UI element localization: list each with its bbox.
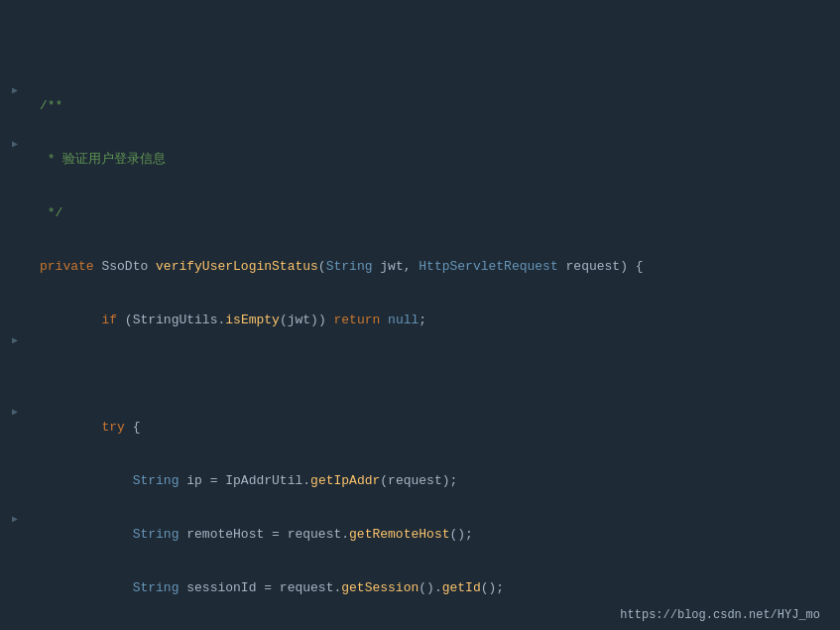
gutter-icon-22 xyxy=(8,385,22,403)
gutter-icon-31 xyxy=(8,546,22,564)
gutter-icon-11 xyxy=(8,189,22,206)
gutter-icon-2 xyxy=(8,28,22,46)
gutter-icon-9 xyxy=(8,153,22,171)
gutter-icon-5: ▶ xyxy=(8,81,22,99)
gutter-icon-27 xyxy=(8,474,22,492)
gutter-icon-17 xyxy=(8,296,22,314)
code-line-4: */ xyxy=(40,204,840,222)
gutter-icon-28 xyxy=(8,492,22,510)
attribution-bar: https://blog.csdn.net/HYJ_mo xyxy=(620,607,820,622)
gutter-icon-15 xyxy=(8,260,22,278)
code-line-8: try { xyxy=(40,419,840,437)
code-line-11: String sessionId = request.getSession().… xyxy=(40,579,840,597)
code-line-1 xyxy=(40,44,840,62)
gutter-icon-4 xyxy=(8,63,22,81)
gutter-icon-23: ▶ xyxy=(8,403,22,421)
code-line-6: if (StringUtils.isEmpty(jwt)) return nul… xyxy=(40,312,840,329)
gutter-icon-19: ▶ xyxy=(8,331,22,349)
gutter-icon-8: ▶ xyxy=(8,135,22,153)
code-content: /** * 验证用户登录信息 */ private SsoDto verifyU… xyxy=(30,8,840,630)
gutter-icon-33 xyxy=(8,581,22,599)
gutter-icon-20 xyxy=(8,349,22,367)
code-editor: ▶ ▶ ▶ ▶ ▶ /** * 验证用户登录信息 */ xyxy=(0,0,840,630)
gutter-icon-6 xyxy=(8,99,22,117)
code-line-2: /** xyxy=(40,97,840,115)
gutter-icon-10 xyxy=(8,171,22,189)
gutter-icon-12 xyxy=(8,206,22,224)
gutter-icon-25 xyxy=(8,439,22,456)
editor-gutter: ▶ ▶ ▶ ▶ ▶ xyxy=(0,8,30,630)
gutter-icon-29: ▶ xyxy=(8,510,22,528)
gutter-icon-30 xyxy=(8,528,22,546)
code-line-9: String ip = IpAddrUtil.getIpAddr(request… xyxy=(40,472,840,490)
code-line-3: * 验证用户登录信息 xyxy=(40,151,840,169)
attribution-url: https://blog.csdn.net/HYJ_mo xyxy=(620,608,820,622)
gutter-icon-18 xyxy=(8,314,22,331)
code-line-7 xyxy=(40,365,840,383)
gutter-icon-7 xyxy=(8,117,22,135)
gutter-icon-1 xyxy=(8,10,22,28)
gutter-icon-13 xyxy=(8,224,22,242)
gutter-icon-26 xyxy=(8,456,22,474)
gutter-icon-24 xyxy=(8,421,22,439)
gutter-icon-21 xyxy=(8,367,22,385)
gutter-icon-34 xyxy=(8,599,22,617)
gutter-icon-14 xyxy=(8,242,22,260)
code-line-5: private SsoDto verifyUserLoginStatus(Str… xyxy=(40,258,840,276)
code-line-10: String remoteHost = request.getRemoteHos… xyxy=(40,526,840,544)
gutter-icon-3 xyxy=(8,46,22,63)
gutter-icon-16 xyxy=(8,278,22,296)
gutter-icon-32 xyxy=(8,564,22,581)
